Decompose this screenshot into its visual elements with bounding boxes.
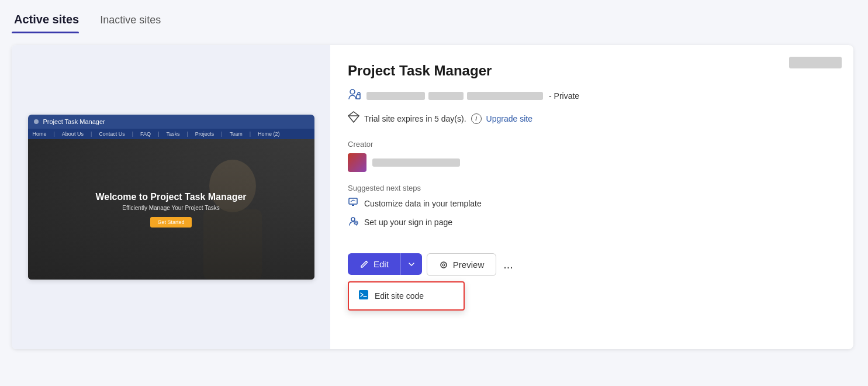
trial-text: Trial site expires in 5 day(s). — [364, 114, 466, 123]
hero-text: Welcome to Project Task Manager Efficien… — [95, 192, 246, 228]
svg-point-17 — [441, 262, 447, 268]
next-steps-section: Suggested next steps Customize data in y… — [348, 184, 836, 235]
people-lock-icon — [348, 88, 361, 103]
customize-icon — [348, 197, 358, 210]
chevron-down-icon — [408, 261, 415, 268]
info-icon[interactable]: i — [471, 113, 482, 124]
creator-row — [348, 153, 836, 172]
next-steps-label: Suggested next steps — [348, 184, 836, 192]
nav-item-faq: FAQ — [140, 131, 151, 137]
step-text-signin: Set up your sign in page — [364, 218, 452, 227]
privacy-row: - Private — [348, 88, 836, 103]
edit-button[interactable]: Edit — [348, 253, 400, 275]
more-options-button[interactable]: ... — [501, 253, 516, 276]
signin-icon — [348, 216, 358, 229]
trial-row: Trial site expires in 5 day(s). i Upgrad… — [348, 111, 836, 126]
privacy-label: - Private — [549, 91, 579, 101]
svg-rect-8 — [349, 198, 357, 204]
svg-point-12 — [351, 218, 355, 221]
site-detail-panel: Project Task Manager - Private — [330, 45, 853, 349]
nav-item-team: Team — [230, 131, 243, 137]
nav-item-home2: Home (2) — [258, 131, 280, 137]
svg-rect-16 — [359, 290, 368, 299]
creator-label: Creator — [348, 140, 836, 149]
browser-title: Project Task Manager — [43, 118, 105, 125]
top-right-info — [789, 57, 842, 68]
svg-point-18 — [442, 264, 445, 266]
vscode-icon — [358, 290, 369, 302]
step-text-customize: Customize data in your template — [364, 199, 482, 208]
browser-dot — [34, 119, 39, 124]
browser-nav: Home | About Us | Contact Us | FAQ | Tas… — [28, 129, 314, 139]
browser-bar: Project Task Manager — [28, 115, 314, 129]
tab-active-sites[interactable]: Active sites — [12, 8, 88, 33]
nav-item-about: About Us — [62, 131, 84, 137]
diamond-icon — [348, 111, 359, 126]
creator-section: Creator — [348, 140, 836, 172]
tab-inactive-sites[interactable]: Inactive sites — [88, 9, 170, 33]
privacy-blurred-info — [366, 92, 543, 100]
edit-site-code-item[interactable]: Edit site code — [349, 282, 464, 309]
nav-item-tasks: Tasks — [166, 131, 179, 137]
nav-item-contact: Contact Us — [99, 131, 125, 137]
browser-hero-image: Welcome to Project Task Manager Efficien… — [28, 139, 314, 280]
svg-rect-11 — [352, 205, 354, 206]
edit-dropdown-menu: Edit site code — [348, 281, 465, 311]
main-content: Project Task Manager Home | About Us | C… — [0, 33, 868, 361]
site-title: Project Task Manager — [348, 63, 836, 79]
edit-button-group: Edit — [348, 253, 422, 275]
svg-marker-6 — [348, 112, 359, 122]
next-step-signin[interactable]: Set up your sign in page — [348, 216, 836, 229]
edit-pen-icon — [359, 260, 369, 269]
tabs-container: Active sites Inactive sites — [0, 0, 868, 33]
site-card: Project Task Manager Home | About Us | C… — [12, 45, 853, 349]
edit-dropdown-toggle[interactable] — [400, 253, 422, 275]
edit-site-code-label: Edit site code — [375, 291, 424, 301]
upgrade-link[interactable]: Upgrade site — [486, 114, 532, 123]
preview-icon — [439, 260, 448, 270]
preview-button[interactable]: Preview — [427, 253, 496, 276]
actions-row: Edit — [348, 253, 836, 276]
svg-line-9 — [351, 200, 353, 202]
svg-line-10 — [353, 200, 355, 201]
browser-mockup: Project Task Manager Home | About Us | C… — [28, 115, 314, 280]
nav-item-projects: Projects — [195, 131, 215, 137]
creator-name-blurred — [372, 158, 460, 167]
svg-point-4 — [350, 89, 355, 94]
nav-item-home: Home — [33, 131, 47, 137]
creator-avatar — [348, 153, 366, 172]
svg-rect-5 — [357, 95, 360, 99]
next-step-customize[interactable]: Customize data in your template — [348, 197, 836, 210]
site-preview-panel: Project Task Manager Home | About Us | C… — [12, 45, 330, 349]
hero-cta-button[interactable]: Get Started — [150, 217, 191, 228]
